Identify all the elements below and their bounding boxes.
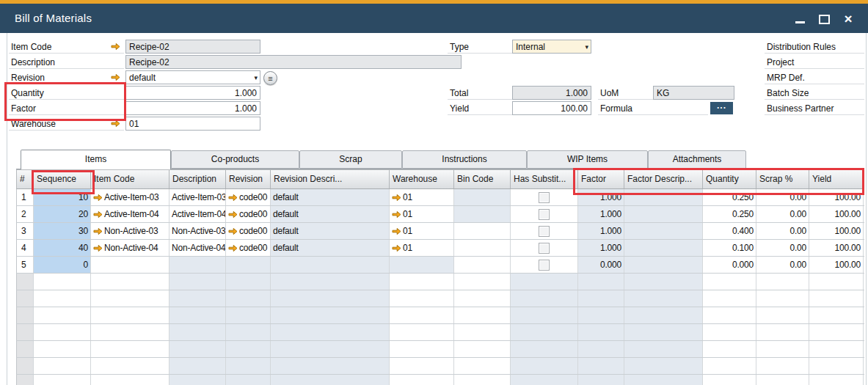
cell-revision[interactable]: code00 [226,223,271,239]
cell-bin_code[interactable] [454,189,511,205]
link-arrow-icon[interactable] [111,120,120,128]
cell-item_code[interactable] [91,341,169,357]
cell-num[interactable]: 5 [17,257,34,273]
cell-num[interactable]: 3 [17,223,34,239]
cell-has_substitute[interactable] [511,189,578,205]
link-arrow-icon[interactable] [111,43,120,51]
cell-factor[interactable] [578,375,624,385]
cell-yield[interactable] [809,358,864,374]
cell-quantity[interactable] [703,274,756,290]
cell-factor[interactable]: 1.000 [578,206,624,222]
cell-revision_desc[interactable] [271,307,390,323]
link-arrow-icon[interactable] [228,227,238,235]
cell-sequence[interactable] [34,375,91,385]
cell-item_code[interactable]: Non-Active-03 [91,223,169,239]
column-header-scrap_pct[interactable]: Scrap % [756,170,809,188]
cell-scrap_pct[interactable] [756,375,809,385]
cell-sequence[interactable] [34,341,91,357]
link-arrow-icon[interactable] [392,194,401,202]
cell-scrap_pct[interactable] [756,324,809,340]
cell-description[interactable] [169,274,226,290]
tab-attachments[interactable]: Attachments [648,150,746,169]
has-substitute-checkbox[interactable] [539,192,550,203]
revision-list-button[interactable]: ≡ [263,71,277,85]
cell-bin_code[interactable] [454,240,511,256]
link-arrow-icon[interactable] [228,244,238,252]
cell-bin_code[interactable] [454,307,511,323]
cell-bin_code[interactable] [454,358,511,374]
close-button[interactable]: × [842,12,855,26]
cell-factor[interactable] [578,324,624,340]
cell-item_code[interactable]: Active-Item-03 [91,189,169,205]
cell-num[interactable]: 2 [17,206,34,222]
cell-has_substitute[interactable] [511,206,578,222]
cell-factor[interactable]: 1.000 [578,240,624,256]
link-arrow-icon[interactable] [111,73,120,81]
cell-factor[interactable] [578,274,624,290]
cell-revision[interactable] [226,257,271,273]
cell-has_substitute[interactable] [511,290,578,307]
cell-factor_desc[interactable] [624,223,703,239]
cell-item_code[interactable] [91,274,169,290]
cell-scrap_pct[interactable] [756,341,809,357]
cell-has_substitute[interactable] [511,307,578,323]
cell-num[interactable] [17,307,34,323]
cell-yield[interactable] [809,290,864,307]
cell-factor[interactable] [578,307,624,323]
tab-co-products[interactable]: Co-products [171,150,299,169]
cell-factor[interactable]: 0.000 [578,257,624,273]
cell-yield[interactable] [809,375,864,385]
cell-yield[interactable] [809,274,864,290]
cell-sequence[interactable]: 10 [34,189,91,205]
cell-bin_code[interactable] [454,206,511,222]
cell-revision_desc[interactable]: default [271,223,390,239]
cell-revision[interactable] [226,375,271,385]
cell-warehouse[interactable] [390,307,454,323]
cell-warehouse[interactable]: 01 [390,206,454,222]
cell-description[interactable] [169,257,226,273]
cell-description[interactable] [169,307,226,323]
cell-bin_code[interactable] [454,274,511,290]
column-header-sequence[interactable]: Sequence [34,170,91,188]
cell-warehouse[interactable] [390,375,454,385]
cell-warehouse[interactable] [390,290,454,307]
cell-factor_desc[interactable] [624,240,703,256]
cell-scrap_pct[interactable]: 0.00 [756,189,809,205]
cell-revision[interactable] [226,324,271,340]
link-arrow-icon[interactable] [93,210,103,219]
cell-description[interactable]: Non-Active-03 [169,223,226,239]
cell-bin_code[interactable] [454,324,511,340]
cell-sequence[interactable] [34,324,91,340]
cell-yield[interactable] [809,307,864,323]
cell-num[interactable] [17,358,34,374]
cell-revision_desc[interactable] [271,375,390,385]
has-substitute-checkbox[interactable] [539,209,550,220]
cell-has_substitute[interactable] [511,341,578,357]
cell-revision[interactable] [226,358,271,374]
cell-revision_desc[interactable] [271,341,390,357]
cell-revision[interactable]: code00 [226,206,271,222]
cell-factor_desc[interactable] [624,290,703,307]
cell-quantity[interactable] [703,290,756,307]
factor-field[interactable]: 1.000 [125,101,260,115]
link-arrow-icon[interactable] [93,227,103,235]
type-dropdown[interactable]: Internal ▾ [512,40,591,54]
column-header-num[interactable]: # [17,170,34,188]
cell-has_substitute[interactable] [511,240,578,256]
cell-quantity[interactable] [703,375,756,385]
cell-item_code[interactable] [91,290,169,307]
column-header-bin_code[interactable]: Bin Code [454,170,511,188]
cell-num[interactable]: 4 [17,240,34,256]
cell-description[interactable] [169,375,226,385]
has-substitute-checkbox[interactable] [539,243,550,254]
cell-quantity[interactable]: 0.000 [703,257,756,273]
cell-revision_desc[interactable] [271,274,390,290]
revision-dropdown[interactable]: default ▾ [125,70,260,84]
cell-has_substitute[interactable] [511,375,578,385]
column-header-factor_desc[interactable]: Factor Descrip... [624,170,703,188]
cell-scrap_pct[interactable]: 0.00 [756,240,809,256]
cell-item_code[interactable] [91,307,169,323]
link-arrow-icon[interactable] [392,227,401,235]
cell-bin_code[interactable] [454,223,511,239]
cell-bin_code[interactable] [454,375,511,385]
